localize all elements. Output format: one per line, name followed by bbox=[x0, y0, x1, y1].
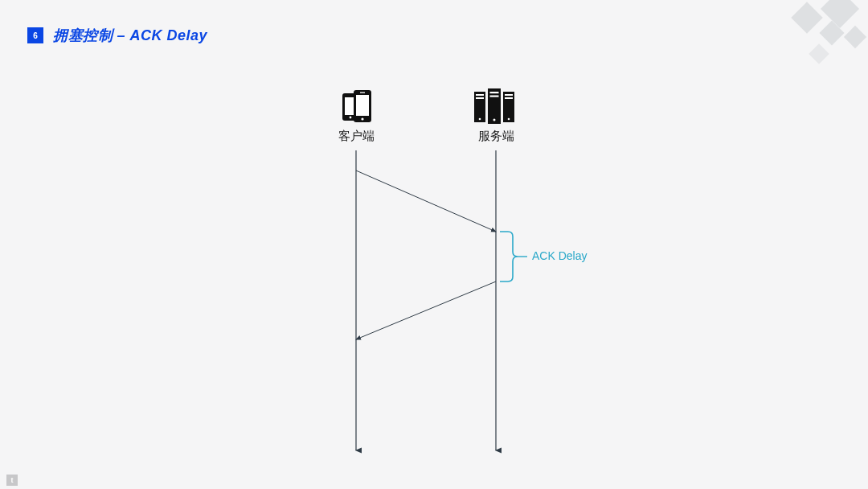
svg-rect-13 bbox=[490, 96, 499, 97]
svg-rect-9 bbox=[476, 97, 484, 99]
svg-rect-16 bbox=[505, 94, 513, 96]
ack-delay-label: ACK Delay bbox=[532, 249, 587, 262]
svg-rect-4 bbox=[356, 95, 369, 116]
svg-rect-12 bbox=[490, 92, 499, 93]
footer-logo-icon: t bbox=[6, 475, 18, 486]
sequence-diagram bbox=[0, 0, 868, 489]
svg-rect-6 bbox=[360, 92, 365, 93]
client-icon bbox=[342, 90, 371, 122]
ack-delay-bracket bbox=[500, 232, 518, 281]
svg-rect-7 bbox=[474, 92, 485, 122]
svg-point-5 bbox=[361, 117, 363, 120]
svg-rect-8 bbox=[476, 94, 484, 96]
svg-rect-15 bbox=[503, 92, 514, 122]
message-ack bbox=[356, 281, 496, 339]
client-label: 客户端 bbox=[324, 129, 388, 144]
svg-point-2 bbox=[350, 117, 352, 119]
svg-rect-11 bbox=[488, 88, 501, 124]
server-icon bbox=[474, 88, 514, 124]
svg-point-10 bbox=[479, 118, 481, 121]
server-label: 服务端 bbox=[464, 129, 528, 144]
svg-rect-17 bbox=[505, 97, 513, 99]
svg-point-18 bbox=[508, 118, 510, 121]
svg-point-14 bbox=[493, 119, 496, 121]
message-request bbox=[356, 171, 496, 232]
